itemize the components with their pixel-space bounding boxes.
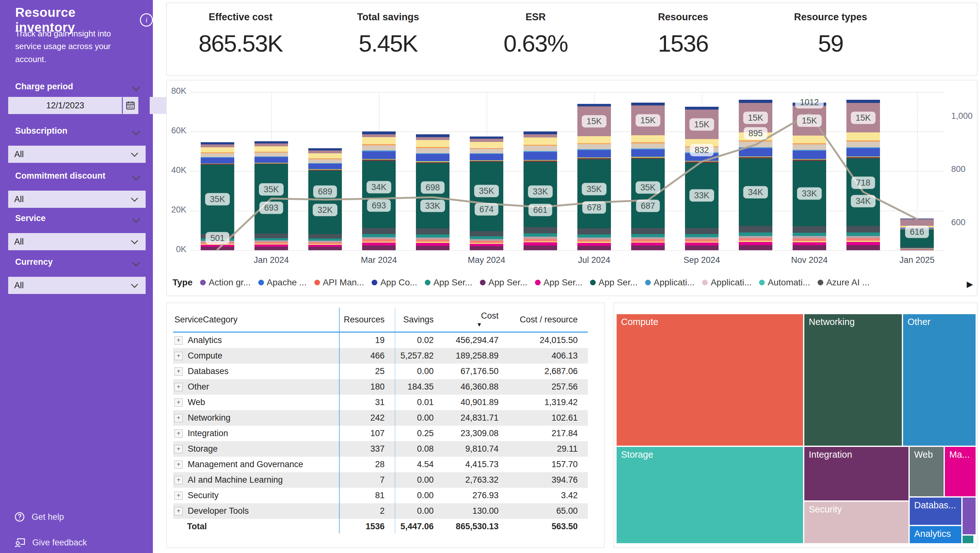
- table-row[interactable]: +Databases250.0067,176.502,687.06: [173, 363, 588, 379]
- legend-item[interactable]: Automati...: [759, 277, 810, 288]
- treemap-tile-compute[interactable]: Compute: [617, 314, 803, 446]
- chevron-down-icon[interactable]: [132, 215, 140, 223]
- bar-segment: [846, 236, 880, 238]
- legend-item[interactable]: App Co...: [372, 277, 417, 288]
- table-row[interactable]: +Web310.0140,901.891,319.42: [173, 395, 588, 410]
- expand-icon[interactable]: +: [174, 429, 183, 438]
- bar-segment: [255, 244, 288, 247]
- treemap-tile-ma[interactable]: Ma...: [945, 447, 975, 496]
- expand-icon[interactable]: +: [174, 445, 183, 453]
- treemap-tile[interactable]: [963, 535, 974, 543]
- table-row[interactable]: +Security810.00276.933.42: [173, 488, 588, 503]
- table-row[interactable]: +AI and Machine Learning70.002,763.32394…: [173, 472, 588, 488]
- expand-icon[interactable]: +: [174, 492, 183, 500]
- expand-icon[interactable]: +: [174, 352, 183, 360]
- legend-item[interactable]: App Ser...: [590, 277, 638, 288]
- table-row[interactable]: +Integration1070.2523,309.08217.84: [173, 426, 588, 441]
- chevron-down-icon[interactable]: [132, 172, 140, 180]
- bar-segment: [362, 161, 396, 228]
- column-header-cost-resource[interactable]: Cost / resource: [502, 315, 581, 325]
- expand-icon[interactable]: +: [174, 383, 183, 391]
- bar-segment: [308, 171, 342, 234]
- expand-icon[interactable]: +: [174, 414, 183, 422]
- treemap-tile-networking[interactable]: Networking: [804, 314, 902, 446]
- table-row[interactable]: +Storage3370.089,810.7429.11: [173, 441, 588, 457]
- info-icon[interactable]: i: [140, 13, 153, 27]
- bar-segment: [470, 241, 503, 242]
- y-axis-tick: 20K: [167, 205, 186, 215]
- legend-item[interactable]: App Ser...: [425, 277, 472, 288]
- row-value: 0.01: [388, 397, 438, 407]
- chevron-down-icon[interactable]: [132, 258, 140, 266]
- treemap-tile-integration[interactable]: Integration: [804, 447, 908, 500]
- bar-value-label: 15K: [797, 114, 822, 127]
- chevron-down-icon[interactable]: [132, 127, 140, 135]
- start-date-input[interactable]: [8, 97, 122, 114]
- treemap-tile-security[interactable]: Security: [804, 502, 908, 543]
- expand-icon[interactable]: +: [174, 507, 183, 515]
- legend-item[interactable]: Azure AI ...: [818, 277, 870, 288]
- charge-period-start-field[interactable]: [8, 97, 138, 114]
- bar-segment: [255, 233, 288, 238]
- calendar-icon[interactable]: [122, 97, 138, 114]
- legend-item[interactable]: Applicati...: [645, 277, 694, 288]
- give-feedback-link[interactable]: Give feedback: [14, 537, 87, 548]
- subscription-dropdown[interactable]: All: [8, 146, 146, 163]
- expand-icon[interactable]: +: [174, 336, 183, 344]
- treemap-tile[interactable]: [963, 497, 975, 534]
- column-header-servicecategory[interactable]: ServiceCategory: [173, 315, 332, 325]
- stacked-bar-jan-2025[interactable]: [900, 80, 934, 297]
- bar-segment: [739, 148, 772, 156]
- treemap-tile-other[interactable]: Other: [903, 314, 975, 446]
- column-header-savings[interactable]: Savings: [388, 315, 438, 325]
- legend-swatch-icon: [372, 280, 377, 285]
- legend-swatch-icon: [590, 280, 596, 285]
- table-total-row[interactable]: Total15365,447.06865,530.13563.50: [173, 519, 588, 534]
- bar-segment: [685, 228, 719, 234]
- expand-icon[interactable]: +: [174, 367, 183, 376]
- table-row[interactable]: +Management and Governance284.544,415.73…: [173, 457, 588, 472]
- column-header-resources[interactable]: Resources: [332, 315, 388, 325]
- legend-item[interactable]: App Ser...: [480, 277, 527, 288]
- chevron-down-icon[interactable]: [132, 83, 140, 91]
- bar-segment: [685, 239, 719, 241]
- tile-label: Storage: [617, 447, 803, 462]
- table-row[interactable]: +Compute4665,257.82189,258.89406.13: [173, 348, 588, 363]
- legend-swatch-icon: [258, 280, 264, 285]
- legend-label: Automati...: [768, 277, 810, 288]
- table-row[interactable]: +Other180184.3546,360.88257.56: [173, 379, 588, 395]
- table-row[interactable]: +Analytics190.02456,294.4724,015.50: [173, 333, 588, 348]
- row-value: 0.00: [388, 491, 438, 500]
- legend-item[interactable]: Apache ...: [258, 277, 307, 288]
- legend-item[interactable]: API Man...: [314, 277, 364, 288]
- table-row[interactable]: +Developer Tools20.00130.0065.00: [173, 503, 588, 519]
- commitment-discount-dropdown[interactable]: All: [8, 191, 146, 208]
- legend-item[interactable]: App Ser...: [535, 277, 582, 288]
- treemap-tile-storage[interactable]: Storage: [617, 447, 803, 543]
- treemap-tile-databas[interactable]: Databas...: [910, 497, 961, 525]
- get-help-link[interactable]: Get help: [14, 511, 64, 523]
- bar-segment: [308, 234, 342, 239]
- bar-segment: [631, 142, 665, 143]
- service-dropdown[interactable]: All: [8, 233, 146, 250]
- legend-item[interactable]: Applicati...: [702, 277, 751, 288]
- legend-scroll-right-icon[interactable]: ▶: [967, 279, 973, 289]
- currency-dropdown[interactable]: All: [8, 277, 146, 294]
- bar-segment: [470, 236, 503, 239]
- row-value: 180: [332, 382, 388, 392]
- stacked-bar-sep-2024[interactable]: [685, 80, 719, 297]
- column-header-cost[interactable]: Cost▼: [438, 311, 502, 328]
- legend-item[interactable]: Action gr...: [200, 277, 250, 288]
- expand-icon[interactable]: +: [174, 398, 183, 407]
- bar-segment: [201, 144, 234, 147]
- legend-label: App Ser...: [433, 277, 472, 288]
- treemap-tile-web[interactable]: Web: [910, 447, 943, 496]
- bar-segment: [523, 160, 557, 161]
- treemap-tile-analytics[interactable]: Analytics: [910, 526, 961, 543]
- expand-icon[interactable]: +: [174, 461, 183, 469]
- table-row[interactable]: +Networking2420.0024,831.71102.61: [173, 410, 588, 426]
- stacked-bar-dec-2023[interactable]: [201, 80, 234, 297]
- expand-icon[interactable]: +: [174, 476, 183, 484]
- row-value: 0.25: [388, 429, 438, 438]
- gridline: [191, 210, 944, 211]
